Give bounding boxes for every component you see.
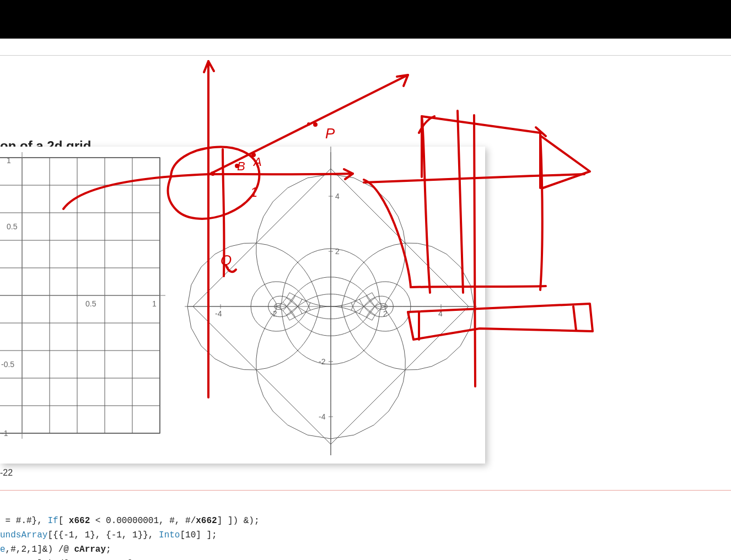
code-separator [0,490,731,491]
window-titlebar [0,0,731,39]
svg-point-38 [313,122,318,127]
tick-label: 0.5 [85,299,96,308]
tick-label: 1 [152,299,157,308]
tick-label: -1 [1,429,8,438]
tick-label: 4 [438,309,443,318]
tick-label: 4 [335,192,340,201]
tick-label: -4 [319,412,326,421]
svg-point-39 [307,122,310,126]
figure-panel: 1 0.5 -0.5 -1 0.5 1 -4 [0,147,485,464]
tick-label: -0.5 [1,360,14,369]
tick-label: 2 [335,247,340,256]
tick-label: -2 [319,357,326,366]
tick-label: 1 [7,156,11,165]
toolbar-divider [0,39,731,56]
figure-date: -22 [0,468,13,478]
tick-label: -4 [215,309,222,318]
annot-label-P: P [325,125,335,142]
transformed-grid-plot: -4 -2 2 4 4 2 -2 -4 [182,147,480,455]
tick-label: 0.5 [7,222,18,231]
code-block: = #.#}, If[ x662 < 0.00000001, #, #/x662… [0,499,259,560]
domain-grid-plot: 1 0.5 -0.5 -1 0.5 1 [0,147,171,439]
